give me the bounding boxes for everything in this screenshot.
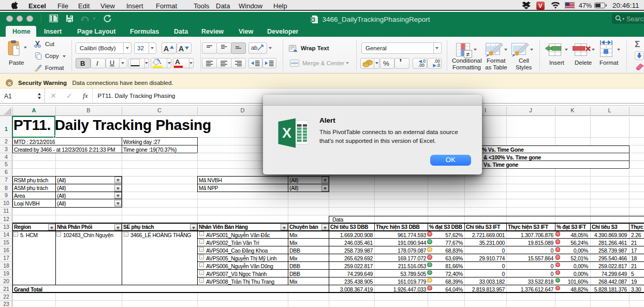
svg-text:X: X [282, 125, 291, 141]
svg-text:≠: ≠ [466, 51, 470, 58]
